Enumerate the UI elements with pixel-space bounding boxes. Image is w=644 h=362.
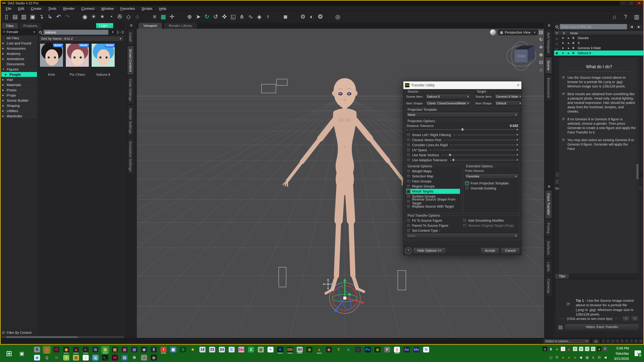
- taskbar-app-icon[interactable]: O: [52, 346, 61, 353]
- category-item[interactable]: ▶ Poses: [1, 88, 37, 93]
- menu-item[interactable]: Help: [156, 6, 170, 11]
- projection-option-row[interactable]: UV Space: [406, 148, 518, 153]
- lesson-dropdown[interactable]: Select a Lesson...: [544, 339, 590, 343]
- category-item[interactable]: Documents: [1, 62, 37, 67]
- checkbox[interactable]: [406, 200, 410, 203]
- post-option-row[interactable]: Parent To Source Figure: [406, 223, 462, 228]
- pane-tab[interactable]: Aux Viewport: [546, 29, 552, 56]
- taskbar-app-icon[interactable]: Q: [42, 354, 51, 361]
- visibility-eye-icon[interactable]: ◡: [556, 41, 560, 45]
- next-tip-button[interactable]: >: [632, 316, 638, 321]
- toolbar-icon[interactable]: ◔: [107, 13, 116, 21]
- pane-tab[interactable]: Surfaces: [546, 238, 552, 258]
- option-slider[interactable]: [430, 148, 518, 152]
- toolbar-icon[interactable]: ☀: [89, 13, 98, 21]
- pane-tab[interactable]: Lights: [546, 259, 552, 275]
- minimize-button[interactable]: –: [620, 1, 627, 5]
- tray-icon[interactable]: ▯: [561, 347, 565, 351]
- taskbar-app-icon[interactable]: ▲: [315, 346, 323, 353]
- taskbar-app-icon[interactable]: ♪: [82, 354, 90, 361]
- checkbox[interactable]: [406, 179, 410, 183]
- checkbox[interactable]: [406, 229, 410, 233]
- dialog-titlebar[interactable]: DS Transfer Utility ✕: [403, 81, 522, 89]
- checkbox[interactable]: [406, 205, 410, 208]
- taskbar-app-icon[interactable]: F: [383, 346, 392, 353]
- taskbar-app-icon[interactable]: ▲: [72, 346, 80, 353]
- expand-arrow-icon[interactable]: ▶: [568, 52, 570, 54]
- context-filter-dropdown[interactable]: ▽ Female ▼: [1, 29, 37, 35]
- taskbar-app-icon[interactable]: ⇅: [33, 346, 41, 353]
- view-cube[interactable]: Front: [506, 42, 536, 70]
- toolbar-icon[interactable]: ↳: [46, 13, 54, 21]
- taskbar-app-icon[interactable]: Ae: [402, 346, 411, 353]
- content-thumbnail[interactable]: Actor Kirie: [40, 43, 64, 77]
- toolbar-icon[interactable]: ◙: [281, 13, 290, 21]
- source-item-shape-dropdown[interactable]: Clone: CloneGenesis8Male: [426, 101, 470, 106]
- pane-menu-icon[interactable]: ≡: [126, 23, 137, 28]
- menu-item[interactable]: Favorites: [117, 6, 138, 11]
- taskbar-app-icon[interactable]: ⚙: [130, 354, 138, 361]
- projection-option-row[interactable]: Closest Vertex First: [406, 137, 518, 143]
- general-option-row[interactable]: Weight Maps: [406, 169, 460, 174]
- taskbar-app-icon[interactable]: ∧: [344, 346, 352, 353]
- taskbar-app-icon[interactable]: DAZ: [237, 346, 246, 353]
- toolbar-icon[interactable]: ▤: [11, 13, 20, 21]
- tips-tab[interactable]: Tips: [555, 273, 569, 279]
- viewport-nav-icon[interactable]: ▤: [539, 29, 543, 35]
- toolbar-icon[interactable]: ➤: [194, 13, 202, 21]
- toolbar-icon[interactable]: ≡: [150, 13, 159, 21]
- toolbar-icon[interactable]: [325, 13, 334, 21]
- lesson-slot[interactable]: 7: [629, 339, 634, 343]
- category-item[interactable]: ▶ Props: [1, 93, 37, 98]
- toolbar-icon[interactable]: ↷: [63, 13, 72, 21]
- accept-button[interactable]: Accept: [481, 247, 499, 254]
- toolbar-icon[interactable]: ▦: [159, 13, 168, 21]
- projection-option-row[interactable]: Consider Lines As Rigid: [406, 143, 518, 148]
- tray-icon[interactable]: H: [573, 347, 577, 351]
- distance-tolerance-slider[interactable]: [406, 128, 518, 131]
- visibility-eye-icon[interactable]: ◡: [556, 36, 560, 40]
- viewport-tab[interactable]: Viewport: [138, 23, 162, 29]
- toolbar-icon[interactable]: [272, 13, 281, 21]
- toolbar-icon[interactable]: ◱: [229, 13, 238, 21]
- pane-tab[interactable]: Cameras: [546, 276, 552, 296]
- taskbar-app-icon[interactable]: q: [91, 354, 100, 361]
- scene-node-row[interactable]: ◡ ➤ ▶ ❖ Genesis 8 Male: [554, 46, 643, 51]
- taskbar-app-icon[interactable]: 23: [208, 346, 216, 353]
- taskbar-app-icon[interactable]: Ps: [364, 346, 372, 353]
- toolbar-icon[interactable]: ◈: [255, 13, 264, 21]
- category-item[interactable]: ▶ Hair: [1, 77, 37, 82]
- tray-icon[interactable]: G: [555, 355, 559, 359]
- category-item[interactable]: ▶ Animations: [1, 56, 37, 61]
- taskbar-app-icon[interactable]: ◉: [62, 346, 70, 353]
- taskbar-app-icon[interactable]: N: [422, 346, 430, 353]
- taskbar-app-icon[interactable]: ›_: [101, 354, 109, 361]
- checkbox[interactable]: [406, 219, 410, 223]
- lesson-slot[interactable]: 6: [624, 339, 629, 343]
- taskbar-app-icon[interactable]: I: [159, 346, 168, 353]
- lesson-slot[interactable]: 9: [639, 339, 643, 343]
- taskbar-app-icon[interactable]: ▥: [111, 346, 119, 353]
- lesson-slot[interactable]: 1: [601, 339, 606, 343]
- toolbar-icon[interactable]: ⚙: [298, 13, 307, 21]
- selectable-cursor-icon[interactable]: ➤: [562, 36, 566, 40]
- checkbox[interactable]: [406, 189, 410, 193]
- lesson-slot[interactable]: 2: [606, 339, 610, 343]
- filter-by-context-checkbox[interactable]: [2, 331, 5, 335]
- toolbar-right-icon[interactable]: ▥: [632, 13, 641, 21]
- hide-options-button[interactable]: Hide Options <<: [413, 247, 446, 254]
- option-slider[interactable]: [454, 133, 518, 137]
- taskbar-app-icon[interactable]: 19: [198, 346, 206, 353]
- smart-content-tab[interactable]: Files: [2, 23, 18, 29]
- toolbar-icon[interactable]: ∿: [246, 13, 255, 21]
- smart-content-tab[interactable]: Products: [19, 23, 42, 29]
- toolbar-icon[interactable]: [176, 13, 185, 21]
- taskbar-app-icon[interactable]: ▣: [120, 346, 129, 353]
- menu-item[interactable]: File: [2, 6, 15, 11]
- checkbox[interactable]: [406, 184, 410, 188]
- post-option-row[interactable]: Fit To Source Figure: [406, 218, 462, 223]
- taskbar-app-icon[interactable]: ◈: [325, 346, 333, 353]
- category-item[interactable]: ▶ Materials: [1, 82, 37, 87]
- tray-icon[interactable]: ▲: [573, 355, 577, 359]
- toolbar-icon[interactable]: ↴: [37, 13, 46, 21]
